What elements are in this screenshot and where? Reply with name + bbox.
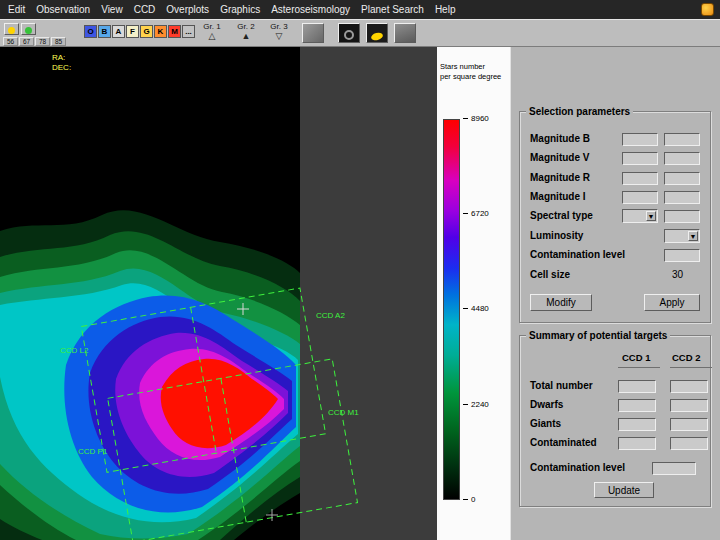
summary-group: Summary of potential targets CCD 1 CCD 2…	[519, 335, 711, 507]
colorbar-tick-4480: 4480	[463, 304, 489, 313]
spectral-G-button[interactable]: G	[140, 25, 153, 38]
spectral-more-button[interactable]: ...	[182, 25, 195, 38]
summary-contamination-level-field[interactable]	[652, 462, 696, 475]
colorbar-title: Stars number per square degree	[440, 62, 501, 82]
update-button[interactable]: Update	[594, 482, 654, 498]
spectral-M-button[interactable]: M	[168, 25, 181, 38]
spectral-type-field[interactable]	[664, 210, 700, 223]
giants-ccd2-field[interactable]	[670, 418, 708, 431]
magnitude-i-label: Magnitude I	[530, 191, 586, 202]
sky-map-canvas[interactable]: RA: DEC: CCD A2 CCD L2 CCD M1 CCD P1	[0, 47, 437, 540]
group-2-triangle-icon[interactable]: ▲	[242, 31, 251, 41]
selection-parameters-title: Selection parameters	[526, 106, 633, 117]
luminosity-dropdown[interactable]: ▼	[664, 229, 700, 243]
yellow-marker-button[interactable]	[4, 23, 19, 35]
tick-dash	[463, 499, 468, 500]
ccd-p1-label: CCD P1	[78, 447, 108, 456]
contaminated-label: Contaminated	[530, 437, 597, 448]
spectral-F-button[interactable]: F	[126, 25, 139, 38]
group-2-label: Gr. 2	[237, 22, 254, 31]
magnitude-i-min-field[interactable]	[622, 191, 658, 204]
dwarfs-ccd1-field[interactable]	[618, 399, 656, 412]
galactic-map-button[interactable]	[366, 23, 388, 43]
colorbar-title-line1: Stars number	[440, 62, 501, 72]
giants-label: Giants	[530, 418, 561, 429]
cell-size-label: Cell size	[530, 269, 570, 280]
menu-graphics[interactable]: Graphics	[220, 4, 260, 15]
giants-ccd1-field[interactable]	[618, 418, 656, 431]
magnitude-v-max-field[interactable]	[664, 152, 700, 165]
map-margin-area	[300, 47, 437, 540]
field-circle-button[interactable]	[338, 23, 360, 43]
dwarfs-label: Dwarfs	[530, 399, 563, 410]
magnitude-r-min-field[interactable]	[622, 172, 658, 185]
map-thumbnail-button-2[interactable]	[394, 23, 416, 43]
magnitude-v-min-field[interactable]	[622, 152, 658, 165]
menu-overplots[interactable]: Overplots	[166, 4, 209, 15]
menu-edit[interactable]: Edit	[8, 4, 25, 15]
ccd-a2-label: CCD A2	[316, 311, 345, 320]
colorbar-panel: Stars number per square degree 8960 6720…	[437, 47, 510, 540]
luminosity-label: Luminosity	[530, 230, 583, 241]
green-dot-icon	[25, 27, 32, 34]
menu-ccd[interactable]: CCD	[134, 4, 156, 15]
dec-label: DEC:	[52, 63, 71, 72]
mag-range-85-button[interactable]: 85	[51, 37, 66, 46]
menu-view[interactable]: View	[101, 4, 123, 15]
group-2-selector[interactable]: Gr. 2 ▲	[230, 22, 262, 41]
magnitude-b-label: Magnitude B	[530, 133, 590, 144]
mag-range-78-button[interactable]: 78	[35, 37, 50, 46]
magnitude-b-max-field[interactable]	[664, 133, 700, 146]
colorbar-tick-6720: 6720	[463, 209, 489, 218]
colorbar-tick-0: 0	[463, 495, 475, 504]
density-colorbar	[443, 119, 460, 500]
selection-parameters-group: Selection parameters Magnitude B Magnitu…	[519, 111, 711, 323]
tick-dash	[463, 213, 468, 214]
mag-range-56-button[interactable]: 56	[3, 37, 18, 46]
group-1-triangle-icon[interactable]: △	[209, 31, 216, 41]
colorbar-title-line2: per square degree	[440, 72, 501, 82]
cell-size-value: 30	[672, 269, 683, 280]
spectral-O-button[interactable]: O	[84, 25, 97, 38]
contaminated-ccd1-field[interactable]	[618, 437, 656, 450]
spectral-type-dropdown[interactable]: ▼	[622, 209, 658, 223]
ccd1-column-header: CCD 1	[622, 352, 651, 363]
magnitude-b-min-field[interactable]	[622, 133, 658, 146]
magnitude-r-max-field[interactable]	[664, 172, 700, 185]
spectral-K-button[interactable]: K	[154, 25, 167, 38]
chevron-down-icon[interactable]: ▼	[688, 231, 698, 241]
tick-dash	[463, 404, 468, 405]
group-3-triangle-icon[interactable]: ▽	[276, 31, 283, 41]
map-thumbnail-button-1[interactable]	[302, 23, 324, 43]
modify-button[interactable]: Modify	[530, 294, 592, 311]
sky-map[interactable]: RA: DEC: CCD A2 CCD L2 CCD M1 CCD P1	[0, 47, 437, 540]
dwarfs-ccd2-field[interactable]	[670, 399, 708, 412]
total-number-ccd1-field[interactable]	[618, 380, 656, 393]
group-3-label: Gr. 3	[270, 22, 287, 31]
green-marker-button[interactable]	[21, 23, 36, 35]
contamination-level-field[interactable]	[664, 249, 700, 262]
ccd1-header-underline	[618, 367, 660, 368]
spectral-B-button[interactable]: B	[98, 25, 111, 38]
spectral-A-button[interactable]: A	[112, 25, 125, 38]
menu-planet-search[interactable]: Planet Search	[361, 4, 424, 15]
summary-title: Summary of potential targets	[526, 330, 670, 341]
group-1-selector[interactable]: Gr. 1 △	[196, 22, 228, 41]
total-number-ccd2-field[interactable]	[670, 380, 708, 393]
group-3-selector[interactable]: Gr. 3 ▽	[263, 22, 295, 41]
chevron-down-icon[interactable]: ▼	[646, 211, 656, 221]
spectral-type-label: Spectral type	[530, 210, 593, 221]
menu-help[interactable]: Help	[435, 4, 456, 15]
mag-range-67-button[interactable]: 67	[19, 37, 34, 46]
colorbar-tick-8960: 8960	[463, 114, 489, 123]
menu-observation[interactable]: Observation	[36, 4, 90, 15]
magnitude-i-max-field[interactable]	[664, 191, 700, 204]
total-number-label: Total number	[530, 380, 593, 391]
ccd-l2-label: CCD L2	[60, 346, 89, 355]
contaminated-ccd2-field[interactable]	[670, 437, 708, 450]
circle-icon	[344, 30, 354, 40]
apply-button[interactable]: Apply	[644, 294, 700, 311]
menu-asteroseismology[interactable]: Asteroseismology	[271, 4, 350, 15]
menu-bar: Edit Observation View CCD Overplots Grap…	[0, 0, 720, 19]
window-icon[interactable]	[701, 3, 714, 16]
